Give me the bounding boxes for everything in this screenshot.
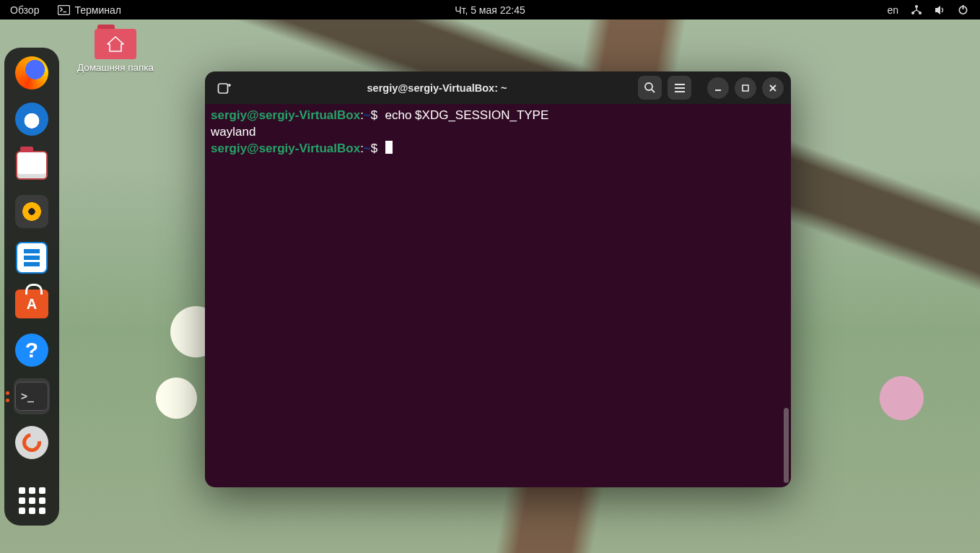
files-icon: [16, 151, 48, 180]
software-store-icon: [15, 289, 48, 318]
prompt-path: ~: [364, 108, 371, 122]
prompt-symbol: $: [371, 141, 377, 155]
dock-files[interactable]: [14, 147, 50, 183]
dock-libreoffice-writer[interactable]: [14, 240, 50, 276]
terminal-topbar-icon: [58, 5, 70, 15]
dock-terminal[interactable]: >_: [14, 378, 50, 414]
terminal-cursor: [385, 141, 393, 154]
terminal-window: sergiy@sergiy-VirtualBox: ~ sergiy@sergi…: [205, 71, 791, 487]
prompt-user: sergiy@sergiy-VirtualBox: [211, 108, 360, 122]
desktop-home-folder[interactable]: Домашняя папка: [69, 25, 162, 73]
keyboard-layout-indicator[interactable]: en: [887, 4, 898, 16]
prompt-path: ~: [364, 141, 371, 155]
desktop-icon-label: Домашняя папка: [77, 62, 154, 73]
terminal-icon: >_: [15, 382, 48, 411]
thunderbird-icon: [15, 103, 48, 136]
home-folder-icon: [95, 25, 136, 59]
prompt-user: sergiy@sergiy-VirtualBox: [211, 141, 360, 155]
dock-software-updater[interactable]: [14, 424, 50, 461]
window-title: sergiy@sergiy-VirtualBox: ~: [242, 82, 632, 94]
svg-point-2: [915, 5, 918, 8]
help-icon: ?: [15, 334, 48, 367]
updater-icon: [15, 426, 48, 459]
writer-icon: [16, 242, 48, 274]
apps-grid-icon: [19, 487, 45, 514]
power-icon[interactable]: [958, 4, 968, 15]
firefox-icon: [15, 56, 48, 90]
dock-software-store[interactable]: [14, 286, 50, 322]
volume-icon[interactable]: [935, 5, 946, 15]
svg-rect-16: [743, 85, 748, 91]
show-applications-button[interactable]: [14, 482, 50, 518]
terminal-command: echo $XDG_SESSION_TYPE: [385, 108, 549, 122]
active-app-label: Терминал: [74, 4, 121, 16]
maximize-button[interactable]: [735, 77, 756, 99]
close-button[interactable]: [762, 77, 784, 99]
clock[interactable]: Чт, 5 мая 22:45: [455, 4, 525, 16]
titlebar[interactable]: sergiy@sergiy-VirtualBox: ~: [205, 71, 791, 104]
svg-point-10: [645, 83, 652, 90]
dock-firefox[interactable]: [14, 55, 50, 91]
terminal-scrollbar[interactable]: [784, 408, 789, 483]
terminal-output: wayland: [211, 125, 255, 139]
svg-rect-7: [218, 84, 227, 93]
prompt-symbol: $: [371, 108, 377, 122]
dock: ? >_: [4, 48, 59, 526]
activities-button[interactable]: Обзор: [10, 4, 39, 16]
dock-rhythmbox[interactable]: [14, 193, 50, 230]
network-icon[interactable]: [910, 4, 923, 16]
dock-help[interactable]: ?: [14, 332, 50, 368]
search-button[interactable]: [638, 76, 662, 100]
hamburger-menu-button[interactable]: [668, 76, 691, 100]
svg-rect-0: [58, 5, 70, 14]
active-app-menu[interactable]: Терминал: [58, 4, 121, 16]
new-tab-button[interactable]: [212, 76, 236, 100]
minimize-button[interactable]: [707, 77, 729, 99]
top-bar: Обзор Терминал Чт, 5 мая 22:45 en: [0, 0, 980, 19]
dock-thunderbird[interactable]: [14, 101, 50, 137]
rhythmbox-icon: [15, 195, 48, 228]
desktop: Обзор Терминал Чт, 5 мая 22:45 en: [0, 0, 980, 553]
svg-line-11: [652, 90, 655, 92]
terminal-body[interactable]: sergiy@sergiy-VirtualBox:~$ echo $XDG_SE…: [205, 104, 791, 487]
